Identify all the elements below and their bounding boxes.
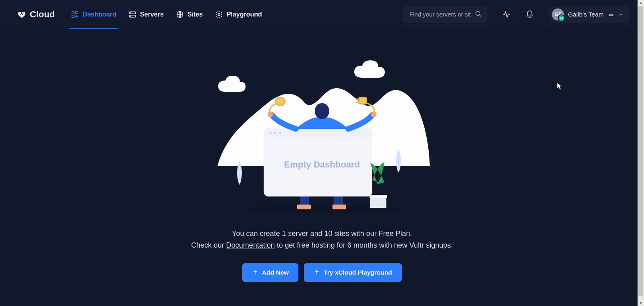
svg-rect-0 [72, 11, 74, 14]
global-search[interactable] [403, 6, 487, 23]
notifications-icon[interactable] [525, 10, 534, 19]
svg-rect-8 [216, 12, 221, 17]
svg-point-24 [275, 97, 285, 105]
scroll-thumb[interactable] [638, 6, 643, 296]
empty-state-title: Empty Dashboard [209, 159, 435, 170]
button-label: Try xCloud Playground [324, 269, 392, 276]
svg-point-18 [269, 132, 272, 134]
nav-label: Dashboard [83, 11, 116, 18]
servers-icon [128, 10, 136, 19]
nav-label: Sites [188, 11, 203, 18]
dashboard-main: Empty Dashboard You can create 1 server … [0, 29, 644, 306]
svg-point-9 [218, 13, 220, 15]
svg-rect-25 [359, 97, 366, 104]
svg-rect-1 [76, 11, 78, 14]
dashboard-icon [71, 10, 79, 19]
svg-point-5 [130, 12, 131, 13]
team-avatar: GT [552, 8, 564, 21]
svg-rect-29 [369, 195, 387, 198]
svg-point-20 [279, 132, 281, 134]
app-header: Cloud Dashboard Servers Sites Playgrou [0, 0, 644, 29]
svg-rect-28 [370, 196, 386, 208]
empty-state-message: You can create 1 server and 10 sites wit… [191, 228, 453, 251]
team-name: Galib's Team [568, 11, 604, 18]
nav-label: Playground [227, 11, 262, 18]
scroll-up-icon[interactable]: ▲ [638, 0, 644, 6]
scroll-down-icon[interactable]: ▼ [638, 300, 644, 306]
svg-point-6 [130, 16, 131, 17]
empty-state-illustration: Empty Dashboard [209, 60, 435, 217]
playground-icon [215, 10, 223, 19]
plus-icon [314, 269, 320, 277]
activity-icon[interactable] [502, 10, 511, 19]
empty-line-2: Check our Documentation to get free host… [191, 240, 453, 251]
chevron-down-icon [618, 12, 624, 17]
primary-nav: Dashboard Servers Sites Playground [69, 0, 264, 29]
svg-rect-15 [332, 205, 346, 209]
documentation-link[interactable]: Documentation [226, 241, 275, 249]
crown-icon [608, 11, 614, 18]
try-playground-button[interactable]: Try xCloud Playground [304, 263, 402, 282]
nav-playground[interactable]: Playground [213, 0, 264, 29]
svg-rect-2 [72, 15, 74, 17]
nav-label: Servers [140, 11, 164, 18]
button-label: Add New [262, 269, 289, 276]
plus-icon [252, 269, 258, 277]
svg-point-10 [476, 11, 480, 16]
globe-icon [176, 10, 184, 19]
empty-state-actions: Add New Try xCloud Playground [242, 263, 402, 282]
svg-point-19 [274, 132, 277, 134]
nav-dashboard[interactable]: Dashboard [69, 0, 118, 29]
svg-point-21 [315, 103, 329, 119]
search-icon [475, 10, 482, 19]
team-switcher[interactable]: GT Galib's Team [549, 6, 630, 23]
brand-logo[interactable]: Cloud [18, 9, 55, 20]
svg-rect-14 [297, 205, 311, 209]
brand-name: Cloud [30, 9, 55, 20]
avatar-initials: GT [555, 12, 561, 17]
nav-sites[interactable]: Sites [174, 0, 204, 29]
empty-line-1: You can create 1 server and 10 sites wit… [191, 228, 453, 240]
window-scrollbar[interactable]: ▲ ▼ [638, 0, 644, 306]
nav-servers[interactable]: Servers [127, 0, 165, 29]
add-new-button[interactable]: Add New [242, 263, 298, 282]
search-input[interactable] [409, 10, 471, 18]
logo-icon [18, 10, 26, 19]
